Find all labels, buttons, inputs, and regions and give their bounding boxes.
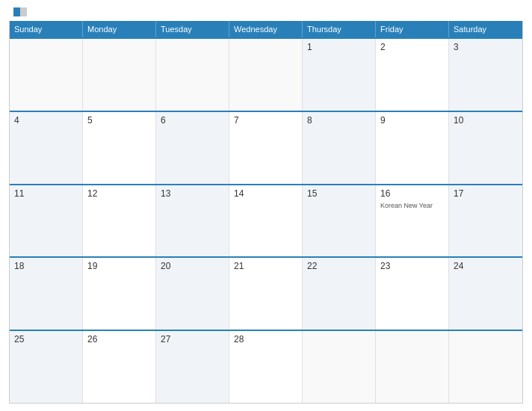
calendar-cell <box>83 39 156 111</box>
day-number: 12 <box>87 188 151 199</box>
day-number: 15 <box>307 188 371 199</box>
header-day-saturday: Saturday <box>449 21 522 37</box>
calendar-week-5: 25262728 <box>10 330 522 403</box>
calendar-cell: 17 <box>449 185 522 257</box>
calendar-cell: 6 <box>156 112 229 184</box>
calendar-week-3: 111213141516Korean New Year17 <box>10 184 522 257</box>
day-number: 25 <box>14 334 78 344</box>
day-number: 23 <box>380 261 444 271</box>
svg-rect-1 <box>13 7 20 16</box>
logo-flag-icon <box>13 7 27 16</box>
calendar-header-row: SundayMondayTuesdayWednesdayThursdayFrid… <box>10 21 522 37</box>
calendar-cell: 27 <box>156 331 229 403</box>
calendar-cell: 25 <box>10 331 83 403</box>
day-number: 7 <box>234 115 297 126</box>
calendar-cell: 4 <box>10 112 83 184</box>
calendar-cell <box>449 331 522 403</box>
calendar-cell: 24 <box>449 258 522 330</box>
calendar-cell: 12 <box>83 185 156 257</box>
header-day-sunday: Sunday <box>10 21 83 37</box>
calendar-cell: 1 <box>303 39 376 111</box>
day-number: 28 <box>234 334 297 344</box>
calendar-cell <box>10 39 83 111</box>
header-day-wednesday: Wednesday <box>229 21 303 37</box>
calendar-cell <box>376 331 449 403</box>
calendar-cell: 22 <box>303 258 376 330</box>
day-number: 18 <box>14 261 78 271</box>
logo <box>12 7 27 16</box>
day-number: 14 <box>234 188 297 199</box>
day-number: 21 <box>234 261 297 271</box>
calendar-cell: 5 <box>83 112 156 184</box>
calendar-body: 12345678910111213141516Korean New Year17… <box>10 37 522 403</box>
day-number: 1 <box>307 42 371 52</box>
day-number: 22 <box>307 261 371 271</box>
header-day-friday: Friday <box>376 21 449 37</box>
day-number: 8 <box>307 115 371 126</box>
calendar-cell: 26 <box>83 331 156 403</box>
day-number: 19 <box>87 261 151 271</box>
day-number: 26 <box>87 334 151 344</box>
calendar-cell: 9 <box>376 112 449 184</box>
calendar-cell: 16Korean New Year <box>376 185 449 257</box>
day-number: 27 <box>161 334 224 344</box>
calendar-cell: 15 <box>303 185 376 257</box>
day-number: 17 <box>454 188 518 199</box>
page-header <box>9 7 523 16</box>
header-day-monday: Monday <box>83 21 156 37</box>
day-number: 5 <box>87 115 151 126</box>
day-number: 13 <box>161 188 224 199</box>
day-number: 2 <box>380 42 444 52</box>
calendar-week-2: 45678910 <box>10 111 522 184</box>
calendar-cell: 18 <box>10 258 83 330</box>
day-number: 6 <box>161 115 224 126</box>
calendar-cell: 2 <box>376 39 449 111</box>
header-day-thursday: Thursday <box>303 21 376 37</box>
calendar-cell <box>303 331 376 403</box>
calendar-grid: SundayMondayTuesdayWednesdayThursdayFrid… <box>9 21 523 404</box>
calendar-cell: 3 <box>449 39 522 111</box>
day-number: 4 <box>14 115 78 126</box>
header-day-tuesday: Tuesday <box>156 21 229 37</box>
day-number: 3 <box>454 42 518 52</box>
day-number: 24 <box>454 261 518 271</box>
day-number: 11 <box>14 188 78 199</box>
calendar-cell: 14 <box>229 185 303 257</box>
calendar-week-1: 123 <box>10 37 522 111</box>
calendar-cell <box>156 39 229 111</box>
holiday-label: Korean New Year <box>380 202 444 211</box>
day-number: 16 <box>380 188 444 199</box>
calendar-cell: 11 <box>10 185 83 257</box>
calendar-cell: 23 <box>376 258 449 330</box>
calendar-cell: 28 <box>229 331 303 403</box>
calendar-cell: 21 <box>229 258 303 330</box>
calendar-cell: 10 <box>449 112 522 184</box>
day-number: 9 <box>380 115 444 126</box>
calendar-cell: 8 <box>303 112 376 184</box>
calendar-cell: 13 <box>156 185 229 257</box>
calendar-cell <box>229 39 303 111</box>
calendar-week-4: 18192021222324 <box>10 256 522 330</box>
day-number: 10 <box>454 115 518 126</box>
calendar-page: SundayMondayTuesdayWednesdayThursdayFrid… <box>0 0 532 411</box>
calendar-cell: 20 <box>156 258 229 330</box>
calendar-cell: 19 <box>83 258 156 330</box>
day-number: 20 <box>161 261 224 271</box>
calendar-cell: 7 <box>229 112 303 184</box>
